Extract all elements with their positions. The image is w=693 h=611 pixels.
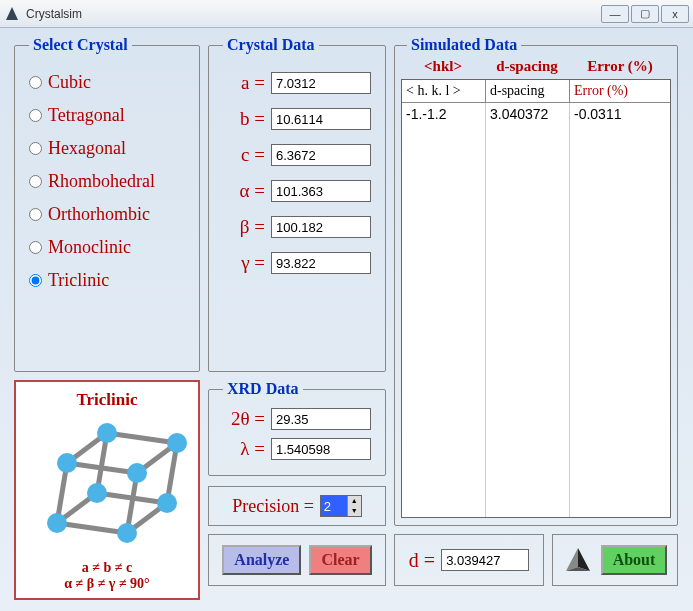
sim-table: < h. k. l > d-spacing Error (%) -1.-1.2 … — [401, 79, 671, 518]
radio-monoclinic[interactable]: Monoclinic — [29, 237, 185, 258]
radio-tetragonal[interactable]: Tetragonal — [29, 105, 185, 126]
select-crystal-legend: Select Crystal — [29, 36, 132, 54]
input-2theta[interactable] — [271, 408, 371, 430]
simulated-data-group: Simulated Data <hkl> d-spacing Error (%)… — [394, 36, 678, 526]
window-title: Crystalsim — [26, 7, 601, 21]
svg-point-13 — [47, 513, 67, 533]
label-gamma: γ = — [217, 252, 265, 274]
svg-point-20 — [97, 423, 117, 443]
svg-point-15 — [157, 493, 177, 513]
crystal-data-legend: Crystal Data — [223, 36, 319, 54]
svg-point-17 — [57, 453, 77, 473]
label-2theta: 2θ = — [217, 408, 265, 430]
input-alpha[interactable] — [271, 180, 371, 202]
preview-name: Triclinic — [76, 390, 137, 410]
cell-err: -0.0311 — [570, 103, 670, 125]
d-output[interactable] — [441, 549, 529, 571]
spin-down-icon[interactable]: ▼ — [347, 506, 361, 516]
label-lambda: λ = — [217, 438, 265, 460]
input-lambda[interactable] — [271, 438, 371, 460]
col-err[interactable]: Error (%) — [570, 80, 670, 102]
select-crystal-group: Select Crystal Cubic Tetragonal Hexagona… — [14, 36, 200, 372]
label-beta: β = — [217, 216, 265, 238]
radio-orthorhombic[interactable]: Orthorhombic — [29, 204, 185, 225]
close-button[interactable]: x — [661, 5, 689, 23]
cell-d: 3.040372 — [486, 103, 570, 125]
sim-head-hkl: <hkl> — [401, 58, 485, 75]
svg-point-19 — [167, 433, 187, 453]
about-group: About — [552, 534, 678, 586]
xrd-data-legend: XRD Data — [223, 380, 303, 398]
crystal-preview: Triclinic a ≠ b ≠ c α ≠ β ≠ γ ≠ 90° — [14, 380, 200, 600]
d-label: d = — [409, 549, 435, 572]
minimize-button[interactable]: — — [601, 5, 629, 23]
sim-head-d: d-spacing — [485, 58, 569, 75]
radio-hexagonal[interactable]: Hexagonal — [29, 138, 185, 159]
svg-line-1 — [57, 523, 127, 533]
radio-rhombohedral[interactable]: Rhombohedral — [29, 171, 185, 192]
simulated-data-legend: Simulated Data — [407, 36, 521, 54]
xrd-data-group: XRD Data 2θ = λ = — [208, 380, 386, 476]
svg-point-18 — [127, 463, 147, 483]
input-a[interactable] — [271, 72, 371, 94]
titlebar: Crystalsim — ▢ x — [0, 0, 693, 28]
label-a: a = — [217, 72, 265, 94]
maximize-button[interactable]: ▢ — [631, 5, 659, 23]
svg-line-7 — [107, 433, 177, 443]
sim-head-err: Error (%) — [569, 58, 671, 75]
precision-stepper[interactable]: ▲▼ — [320, 495, 362, 517]
cell-hkl: -1.-1.2 — [402, 103, 486, 125]
svg-marker-22 — [566, 548, 578, 571]
about-button[interactable]: About — [601, 545, 668, 575]
input-gamma[interactable] — [271, 252, 371, 274]
input-b[interactable] — [271, 108, 371, 130]
d-output-group: d = — [394, 534, 544, 586]
precision-group: Precision = ▲▼ — [208, 486, 386, 526]
action-buttons: Analyze Clear — [208, 534, 386, 586]
precision-input[interactable] — [321, 496, 347, 516]
lattice-icon — [27, 416, 187, 560]
col-hkl[interactable]: < h. k. l > — [402, 80, 486, 102]
label-c: c = — [217, 144, 265, 166]
col-d[interactable]: d-spacing — [486, 80, 570, 102]
radio-triclinic[interactable]: Triclinic — [29, 270, 185, 291]
analyze-button[interactable]: Analyze — [222, 545, 301, 575]
pyramid-icon — [563, 545, 593, 575]
svg-point-14 — [117, 523, 137, 543]
svg-marker-0 — [6, 7, 18, 20]
clear-button[interactable]: Clear — [309, 545, 371, 575]
input-beta[interactable] — [271, 216, 371, 238]
formula-2: α ≠ β ≠ γ ≠ 90° — [64, 576, 149, 592]
formula-1: a ≠ b ≠ c — [64, 560, 149, 576]
app-icon — [4, 6, 20, 22]
table-row[interactable]: -1.-1.2 3.040372 -0.0311 — [402, 103, 670, 125]
radio-cubic[interactable]: Cubic — [29, 72, 185, 93]
label-alpha: α = — [217, 180, 265, 202]
svg-marker-21 — [578, 548, 590, 571]
svg-point-16 — [87, 483, 107, 503]
label-b: b = — [217, 108, 265, 130]
precision-label: Precision = — [232, 496, 314, 517]
spin-up-icon[interactable]: ▲ — [347, 496, 361, 506]
input-c[interactable] — [271, 144, 371, 166]
crystal-data-group: Crystal Data a = b = c = α = β = γ = — [208, 36, 386, 372]
